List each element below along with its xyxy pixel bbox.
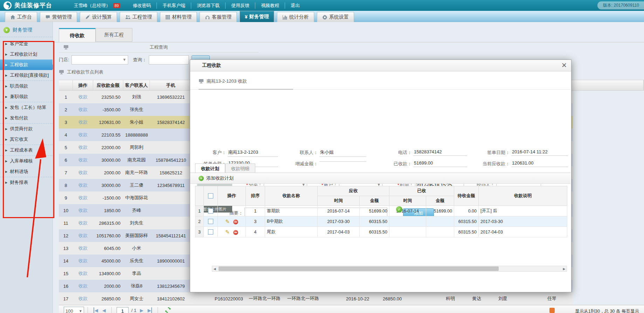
plan-row[interactable]: 11首期款2016-07-1451699.002016-07-1451699.0…: [195, 206, 567, 216]
add-plan-link[interactable]: 添加收款计划: [206, 175, 234, 181]
select-all-checkbox[interactable]: [208, 193, 213, 199]
topbar-menu-item[interactable]: 视频教程: [255, 2, 285, 9]
edit-icon[interactable]: ✎: [225, 229, 230, 235]
table-row[interactable]: 17收款26850.00周女士18412102602P1610220003一环路…: [59, 292, 573, 305]
receive-link[interactable]: 收款: [78, 207, 88, 214]
grid-header-cell[interactable]: 手机: [150, 80, 192, 90]
last-page-icon[interactable]: ▶: [147, 307, 152, 313]
sidebar-item-5[interactable]: ▶职员领款: [0, 81, 53, 91]
plan-row-number: 1: [195, 206, 204, 216]
nav-tab-1[interactable]: 工作台: [5, 12, 37, 22]
sidebar-item-2[interactable]: ▶工程收款计划: [0, 49, 53, 60]
scroll-right-icon[interactable]: ▶: [562, 267, 567, 271]
sidebar-item-4[interactable]: ▶工程领款[直接领款]: [0, 70, 53, 81]
receive-link[interactable]: 收款: [78, 144, 88, 151]
delete-icon[interactable]: [233, 220, 238, 224]
triangle-icon: ▶: [5, 63, 7, 67]
info-value: [319, 160, 366, 162]
nav-tab-4[interactable]: 工程管理: [120, 12, 157, 22]
notification-badge[interactable]: 89: [113, 3, 120, 8]
receive-link[interactable]: 收款: [78, 106, 88, 113]
sidebar-item-1[interactable]: ▶客户定金: [0, 39, 53, 49]
receive-link[interactable]: 收款: [78, 220, 88, 226]
page-number-input[interactable]: [117, 307, 129, 313]
sidebar-item-11[interactable]: ▶工程成本表: [0, 145, 53, 156]
sidebar-item-13[interactable]: ▶材料进场: [0, 166, 53, 177]
nav-tab-8[interactable]: 统计分析: [277, 12, 314, 22]
tab-all-projects[interactable]: 所有工程: [96, 28, 132, 42]
phone-cell: 18412102602: [150, 292, 192, 305]
receive-link[interactable]: 收款: [78, 295, 88, 302]
tab-payment-plan[interactable]: 收款计划: [195, 164, 225, 174]
nav-tab-3[interactable]: 设计预算: [80, 12, 117, 22]
store-select[interactable]: ▼: [71, 55, 128, 64]
tab-pending-receivables[interactable]: 待收款: [59, 28, 96, 42]
sidebar-item-8[interactable]: ▶发包付款: [0, 113, 53, 124]
tab-payment-detail[interactable]: 收款明细: [225, 164, 255, 174]
sidebar-item-7[interactable]: ▶发包（工长）结算: [0, 102, 53, 113]
grid-header-cell[interactable]: 客户联系人: [123, 80, 150, 90]
nav-tab-6[interactable]: 客服管理: [200, 12, 237, 22]
sidebar-item-12[interactable]: ▶入库单稽核: [0, 156, 53, 166]
delete-icon[interactable]: [233, 230, 238, 235]
sidebar-header[interactable]: ▼ 财务管理: [0, 22, 53, 35]
receive-link[interactable]: 收款: [78, 132, 88, 138]
sidebar-item-9[interactable]: ▶供货商付款: [0, 124, 53, 134]
next-page-icon[interactable]: ▶: [140, 307, 143, 313]
grid-header-cell[interactable]: 应收款金额: [93, 80, 123, 90]
row-checkbox[interactable]: [208, 219, 213, 224]
current-user[interactable]: 王雪峰（总经理）: [74, 2, 110, 9]
receive-link[interactable]: 收款: [78, 94, 88, 100]
sidebar-item-6[interactable]: ▶兼职领款: [0, 91, 53, 102]
sidebar-item-3[interactable]: ▶工程收款: [0, 60, 53, 70]
header-checkbox: [204, 186, 218, 206]
sidebar-item-10[interactable]: ▶其它收支: [0, 134, 53, 145]
plan-checkbox-cell: [204, 227, 218, 237]
nav-tab-2[interactable]: 营销管理: [40, 12, 77, 22]
edit-icon[interactable]: ✎: [225, 218, 230, 224]
grid-header-cell[interactable]: 操作: [73, 80, 93, 90]
scrollbar-thumb[interactable]: [219, 266, 499, 271]
grid-header-cell[interactable]: [59, 80, 73, 90]
info-label: 增减金额：: [272, 161, 318, 167]
sidebar-item-14[interactable]: ▶财务报表: [0, 177, 53, 188]
topbar-menu-item[interactable]: 退出: [285, 2, 305, 9]
topbar-menu-item[interactable]: 手机客户端: [157, 2, 191, 9]
scroll-left-icon[interactable]: ◀: [212, 267, 217, 271]
phone-cell: [150, 242, 192, 255]
receive-link[interactable]: 收款: [78, 195, 88, 201]
close-icon[interactable]: ✕: [561, 61, 567, 69]
receive-link[interactable]: 收款: [78, 119, 88, 125]
pager-icon[interactable]: [549, 308, 555, 313]
receive-link[interactable]: 收款: [78, 283, 88, 289]
row-checkbox[interactable]: [208, 208, 213, 214]
receive-link[interactable]: 收款: [78, 157, 88, 163]
amount-cell: 22000.00: [93, 141, 123, 154]
receive-link[interactable]: 收款: [78, 169, 88, 176]
search-input[interactable]: [149, 55, 189, 64]
page-size-select[interactable]: 100▼: [64, 307, 84, 313]
topbar-menu-item[interactable]: 使用反馈: [225, 2, 255, 9]
receive-link[interactable]: 收款: [78, 182, 88, 188]
nav-tab-9[interactable]: 系统设置: [317, 12, 354, 22]
row-number: 15: [59, 267, 73, 280]
plan-row[interactable]: 3✎4尾款2017-04-0360315.5060315.502017-04-0…: [195, 227, 567, 237]
row-checkbox[interactable]: [208, 229, 213, 235]
horizontal-scrollbar[interactable]: ◀ ▶: [212, 266, 567, 272]
nav-tab-5[interactable]: 材料管理: [160, 12, 197, 22]
prev-page-icon[interactable]: ◀: [102, 307, 106, 313]
collapse-icon[interactable]: ▼: [4, 27, 10, 33]
topbar-menu-item[interactable]: 浏览器下载: [191, 2, 225, 9]
receive-link[interactable]: 收款: [78, 232, 88, 239]
extra-cell: 科明: [446, 292, 455, 305]
nav-tab-7[interactable]: ¥财务管理: [240, 11, 274, 22]
plan-row[interactable]: 2✎3B中期款2017-03-3060315.5060315.502017-03…: [195, 216, 567, 227]
refresh-icon[interactable]: [165, 307, 171, 313]
plan-name-cell: 首期款: [265, 206, 318, 216]
dialog-titlebar[interactable]: 工程收款 ✕: [190, 60, 571, 71]
receive-link[interactable]: 收款: [78, 270, 88, 277]
receive-link[interactable]: 收款: [78, 258, 88, 264]
first-page-icon[interactable]: ◀: [94, 307, 98, 313]
receive-link[interactable]: 收款: [78, 245, 88, 251]
topbar-menu-item[interactable]: 修改密码: [127, 2, 157, 9]
